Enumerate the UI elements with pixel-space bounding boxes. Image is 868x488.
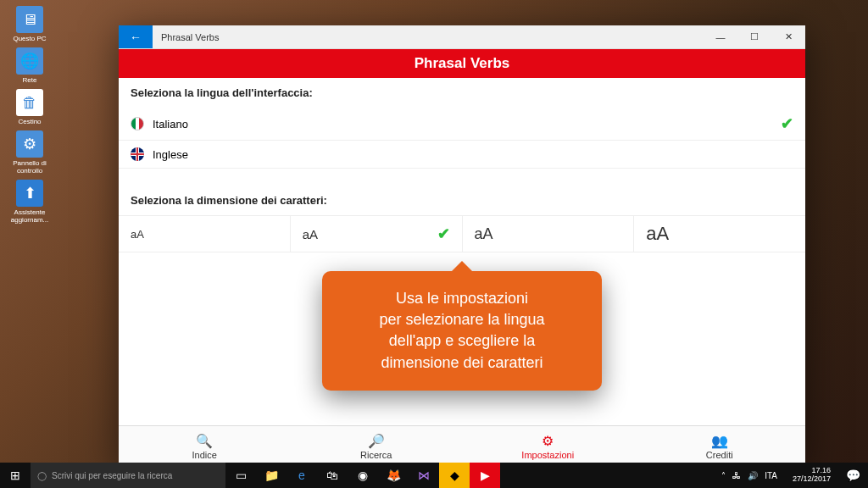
tray-volume-icon[interactable]: 🔊 [748, 471, 758, 480]
system-tray: ˄ 🖧 🔊 ITA [713, 471, 786, 480]
callout-line: dimensione dei caratteri [346, 352, 578, 374]
callout-line: Usa le impostazioni [346, 288, 578, 309]
fontsize-sample: aA [646, 223, 669, 245]
app-header: Phrasal Verbs [119, 49, 805, 78]
start-button[interactable]: ⊞ [0, 463, 31, 488]
taskbar: ⊞ ◯ Scrivi qui per eseguire la ricerca ▭… [0, 463, 868, 488]
windows-icon: ⊞ [10, 469, 20, 482]
trash-icon: 🗑 [16, 89, 43, 116]
search-icon: 🔍 [196, 433, 213, 449]
search-placeholder: Scrivi qui per eseguire la ricerca [52, 471, 172, 480]
language-option-inglese[interactable]: Inglese [119, 141, 805, 169]
nav-label: Ricerca [360, 450, 392, 460]
tray-chevron-icon[interactable]: ˄ [721, 471, 726, 480]
nav-label: Impostazioni [521, 450, 574, 460]
fontsize-option-4[interactable]: aA [634, 216, 805, 252]
tooltip-callout: Usa le impostazioni per selezionare la l… [322, 271, 602, 391]
flag-italy-icon [131, 117, 144, 130]
window-controls: — ☐ ✕ [704, 25, 805, 48]
maximize-button[interactable]: ☐ [737, 25, 771, 48]
close-button[interactable]: ✕ [771, 25, 805, 48]
nav-ricerca[interactable]: 🔎 Ricerca [291, 426, 463, 466]
language-option-italiano[interactable]: Italiano ✔ [119, 108, 805, 141]
visualstudio-button[interactable]: ⋈ [409, 463, 439, 488]
taskbar-clock[interactable]: 17.16 27/12/2017 [786, 467, 837, 484]
fontsize-option-2[interactable]: aA ✔ [291, 216, 463, 252]
taskbar-search[interactable]: ◯ Scrivi qui per eseguire la ricerca [31, 463, 225, 488]
computer-icon: 🖥 [16, 6, 43, 33]
fontsize-sample: aA [475, 225, 493, 243]
taskview-button[interactable]: ▭ [225, 463, 256, 488]
titlebar: ← Phrasal Verbs — ☐ ✕ [119, 25, 805, 49]
nav-label: Indice [192, 450, 217, 460]
people-icon: 👥 [711, 433, 728, 449]
fontsize-sample: aA [303, 227, 318, 241]
desktop-icon-pannello[interactable]: ⚙ Pannello di controllo [4, 129, 55, 176]
magnify-icon: 🔎 [368, 433, 385, 449]
desktop-icon-label: Cestino [18, 118, 41, 125]
nav-impostazioni[interactable]: ⚙ Impostazioni [462, 426, 634, 466]
desktop-icon-rete[interactable]: 🌐 Rete [4, 46, 55, 86]
chrome-button[interactable]: ◉ [348, 463, 378, 488]
app-button-2[interactable]: ▶ [470, 463, 500, 488]
arrow-left-icon: ← [130, 30, 142, 44]
fontsize-row: aA aA ✔ aA aA [119, 215, 805, 252]
control-panel-icon: ⚙ [16, 130, 43, 158]
nav-indice[interactable]: 🔍 Indice [119, 426, 291, 466]
gear-icon: ⚙ [542, 433, 554, 449]
language-name: Inglese [153, 148, 793, 161]
fontsize-sample: aA [131, 228, 144, 241]
desktop-icon-label: Pannello di controllo [6, 159, 53, 175]
network-icon: 🌐 [16, 47, 43, 75]
tray-language[interactable]: ITA [765, 471, 777, 480]
callout-line: dell'app e scegliere la [346, 330, 578, 352]
clock-date: 27/12/2017 [793, 475, 831, 484]
window-title: Phrasal Verbs [153, 32, 704, 42]
notifications-button[interactable]: 💬 [837, 469, 868, 482]
edge-button[interactable]: e [287, 463, 317, 488]
minimize-button[interactable]: — [704, 25, 737, 48]
language-name: Italiano [153, 118, 781, 130]
taskbar-apps: ▭ 📁 e 🛍 ◉ 🦊 ⋈ ◆ ▶ [225, 463, 500, 488]
fontsize-option-3[interactable]: aA [463, 216, 635, 252]
check-icon: ✔ [437, 225, 450, 243]
desktop-icons: 🖥 Questo PC 🌐 Rete 🗑 Cestino ⚙ Pannello … [4, 4, 55, 225]
bottom-nav: 🔍 Indice 🔎 Ricerca ⚙ Impostazioni 👥 Cred… [119, 425, 805, 466]
fontsize-option-1[interactable]: aA [119, 216, 291, 252]
back-button[interactable]: ← [119, 25, 153, 48]
nav-label: Crediti [706, 450, 733, 460]
desktop-icon-label: Questo PC [13, 35, 46, 42]
desktop-icon-assistente[interactable]: ⬆ Assistente aggiornam... [4, 178, 55, 225]
desktop-icon-label: Rete [23, 76, 37, 84]
app-button-1[interactable]: ◆ [439, 463, 470, 488]
settings-content: Seleziona la lingua dell'interfaccia: It… [119, 78, 805, 425]
fontsize-section-label: Seleziona la dimensione dei caratteri: [119, 186, 805, 215]
firefox-button[interactable]: 🦊 [378, 463, 409, 488]
flag-uk-icon [131, 147, 144, 161]
cortana-icon: ◯ [37, 471, 47, 480]
check-icon: ✔ [781, 114, 793, 133]
app-window: ← Phrasal Verbs — ☐ ✕ Phrasal Verbs Sele… [119, 25, 805, 466]
desktop-icon-cestino[interactable]: 🗑 Cestino [4, 87, 55, 127]
file-explorer-button[interactable]: 📁 [256, 463, 287, 488]
tray-network-icon[interactable]: 🖧 [732, 471, 741, 480]
desktop-icon-label: Assistente aggiornam... [6, 208, 53, 224]
desktop-icon-questo-pc[interactable]: 🖥 Questo PC [4, 4, 55, 44]
store-button[interactable]: 🛍 [317, 463, 348, 488]
language-section-label: Seleziona la lingua dell'interfaccia: [119, 78, 805, 108]
nav-crediti[interactable]: 👥 Crediti [634, 426, 806, 466]
callout-line: per selezionare la lingua [346, 309, 578, 330]
update-assistant-icon: ⬆ [16, 180, 43, 207]
